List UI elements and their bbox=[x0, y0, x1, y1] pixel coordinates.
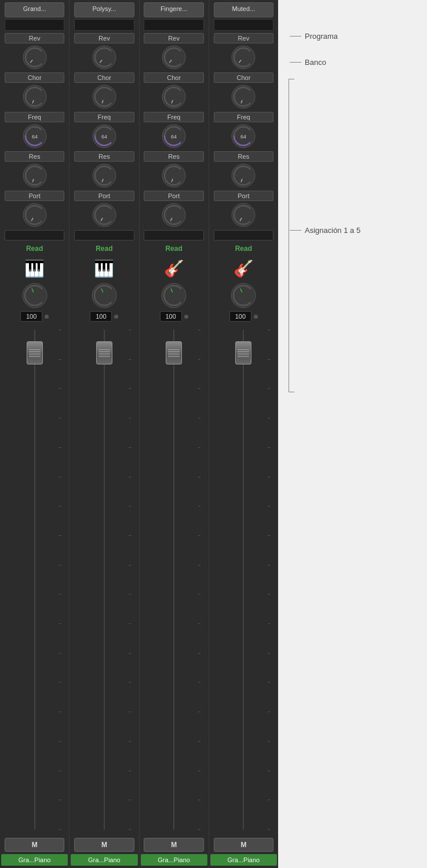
knob-1[interactable] bbox=[231, 84, 256, 110]
knob-1[interactable] bbox=[22, 84, 48, 110]
knob-4[interactable] bbox=[22, 202, 48, 228]
knob-wrapper-3[interactable] bbox=[144, 163, 204, 188]
fader-tick bbox=[59, 741, 61, 742]
channel-4: Muted... Rev Chor Freq bbox=[209, 0, 278, 868]
fader-tick bbox=[268, 800, 270, 800]
knob-wrapper-0[interactable] bbox=[144, 45, 204, 70]
svg-text:64: 64 bbox=[32, 134, 38, 140]
knob-0[interactable] bbox=[22, 45, 48, 70]
knob-wrapper-4[interactable] bbox=[5, 202, 65, 228]
vol-knob-wrapper[interactable] bbox=[5, 282, 65, 309]
read-button[interactable]: Read bbox=[214, 243, 274, 254]
knob-wrapper-0[interactable] bbox=[74, 45, 134, 70]
knob-4[interactable] bbox=[231, 202, 256, 228]
fader-line bbox=[29, 349, 41, 350]
knob-wrapper-3[interactable] bbox=[74, 163, 134, 188]
svg-point-38 bbox=[232, 85, 255, 108]
vol-knob-wrapper[interactable] bbox=[74, 282, 134, 309]
fader-tick bbox=[59, 623, 61, 624]
read-button[interactable]: Read bbox=[74, 243, 134, 254]
vol-value[interactable]: 100 bbox=[90, 311, 112, 322]
knob-wrapper-1[interactable] bbox=[214, 84, 274, 110]
vol-knob-wrapper[interactable] bbox=[144, 282, 204, 309]
fader-area[interactable] bbox=[214, 324, 274, 836]
knob-0[interactable] bbox=[92, 45, 117, 70]
knob-wrapper-2[interactable]: 64 bbox=[5, 123, 65, 149]
mute-button[interactable]: M bbox=[214, 838, 274, 852]
fader-tick bbox=[198, 418, 200, 418]
knob-wrapper-4[interactable] bbox=[214, 202, 274, 228]
knob-0[interactable] bbox=[161, 45, 187, 70]
knob-0[interactable] bbox=[231, 45, 256, 70]
fader-tick bbox=[268, 418, 270, 418]
mute-button[interactable]: M bbox=[74, 838, 134, 852]
knob-wrapper-0[interactable] bbox=[214, 45, 274, 70]
program-button[interactable]: Fingere... bbox=[144, 2, 204, 17]
knob-1[interactable] bbox=[92, 84, 117, 110]
knob-wrapper-0[interactable] bbox=[5, 45, 65, 70]
fader-tick bbox=[129, 653, 131, 654]
vol-knob-wrapper[interactable] bbox=[214, 282, 274, 309]
knob-3[interactable] bbox=[22, 163, 48, 188]
input-box[interactable] bbox=[74, 230, 134, 240]
fader-tick bbox=[129, 506, 131, 506]
knob-label-3: Res bbox=[5, 151, 65, 162]
svg-point-20 bbox=[93, 203, 116, 227]
instrument-icon: 🎹 bbox=[74, 257, 134, 280]
knob-2[interactable]: 64 bbox=[231, 123, 256, 149]
knob-3[interactable] bbox=[161, 163, 187, 188]
fader-area[interactable] bbox=[74, 324, 134, 836]
fader-tick bbox=[268, 623, 270, 624]
input-box[interactable] bbox=[5, 230, 65, 240]
knob-2[interactable]: 64 bbox=[92, 123, 117, 149]
knob-wrapper-1[interactable] bbox=[144, 84, 204, 110]
program-button[interactable]: Muted... bbox=[214, 2, 274, 17]
fader-tick bbox=[268, 506, 270, 506]
fader-thumb[interactable] bbox=[235, 341, 251, 364]
vol-dot bbox=[254, 315, 258, 319]
fader-thumb[interactable] bbox=[96, 341, 112, 364]
vol-value-row: 100 bbox=[144, 311, 204, 322]
fader-area[interactable] bbox=[5, 324, 65, 836]
program-button[interactable]: Polysy... bbox=[74, 2, 134, 17]
program-button[interactable]: Grand... bbox=[5, 2, 65, 17]
fader-area[interactable] bbox=[144, 324, 204, 836]
mute-button[interactable]: M bbox=[144, 838, 204, 852]
bank-bar[interactable] bbox=[74, 19, 134, 31]
fader-tick bbox=[268, 771, 270, 771]
fader-line bbox=[29, 353, 41, 353]
knob-2[interactable]: 64 bbox=[22, 123, 48, 149]
knob-wrapper-2[interactable]: 64 bbox=[74, 123, 134, 149]
knob-3[interactable] bbox=[92, 163, 117, 188]
mute-button[interactable]: M bbox=[5, 838, 65, 852]
fader-tick bbox=[59, 594, 61, 595]
knob-wrapper-3[interactable] bbox=[214, 163, 274, 188]
fader-thumb[interactable] bbox=[166, 341, 182, 364]
read-button[interactable]: Read bbox=[5, 243, 65, 254]
knob-wrapper-4[interactable] bbox=[74, 202, 134, 228]
fader-thumb[interactable] bbox=[27, 341, 43, 364]
input-box[interactable] bbox=[214, 230, 274, 240]
knob-wrapper-1[interactable] bbox=[74, 84, 134, 110]
knob-3[interactable] bbox=[231, 163, 256, 188]
knob-wrapper-3[interactable] bbox=[5, 163, 65, 188]
knob-4[interactable] bbox=[92, 202, 117, 228]
vol-value[interactable]: 100 bbox=[20, 311, 42, 322]
knob-4[interactable] bbox=[161, 202, 187, 228]
fader-tick bbox=[198, 477, 200, 477]
vol-value[interactable]: 100 bbox=[229, 311, 251, 322]
knob-1[interactable] bbox=[161, 84, 187, 110]
knob-wrapper-1[interactable] bbox=[5, 84, 65, 110]
bank-bar[interactable] bbox=[144, 19, 204, 31]
fader-tick bbox=[198, 506, 200, 506]
knob-wrapper-2[interactable]: 64 bbox=[144, 123, 204, 149]
knob-wrapper-2[interactable]: 64 bbox=[214, 123, 274, 149]
knob-2[interactable]: 64 bbox=[161, 123, 187, 149]
input-box[interactable] bbox=[144, 230, 204, 240]
read-button[interactable]: Read bbox=[144, 243, 204, 254]
bank-bar[interactable] bbox=[214, 19, 274, 31]
fader-track bbox=[173, 330, 174, 830]
bank-bar[interactable] bbox=[5, 19, 65, 31]
vol-value[interactable]: 100 bbox=[160, 311, 182, 322]
knob-wrapper-4[interactable] bbox=[144, 202, 204, 228]
